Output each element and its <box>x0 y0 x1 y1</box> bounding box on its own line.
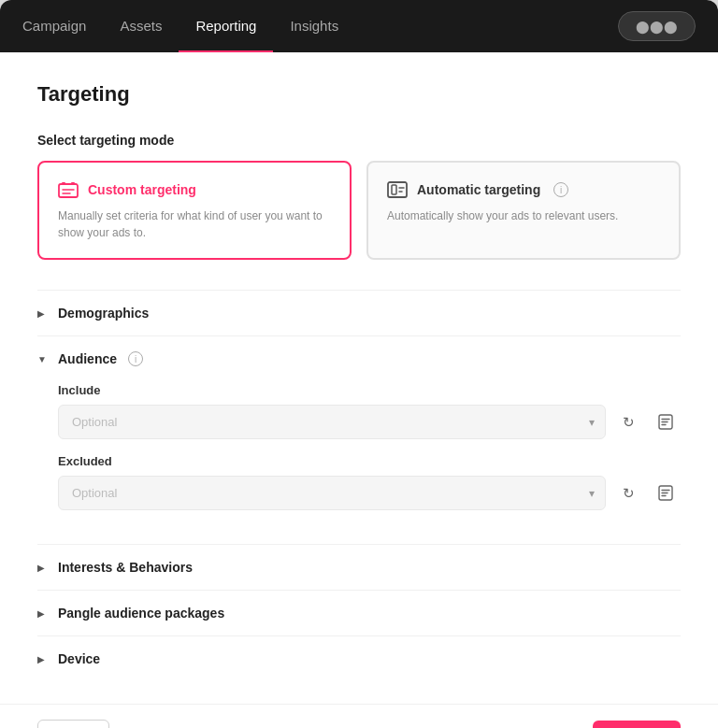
pangle-section: ▶ Pangle audience packages <box>37 590 681 635</box>
device-section: ▶ Device <box>37 635 681 681</box>
audience-content: Include Optional ▾ ↻ <box>37 366 681 529</box>
excluded-label: Excluded <box>58 454 681 468</box>
demographics-arrow: ▶ <box>37 308 50 319</box>
interests-arrow: ▶ <box>37 563 50 573</box>
include-label: Include <box>58 383 681 397</box>
excluded-row: Optional ▾ ↻ <box>58 476 681 510</box>
svg-rect-1 <box>62 182 65 185</box>
nav-reporting[interactable]: Reporting <box>179 0 273 52</box>
pangle-title: Pangle audience packages <box>58 606 224 621</box>
demographics-title: Demographics <box>58 306 149 321</box>
include-select-wrap: Optional ▾ <box>58 405 606 439</box>
nav-campaign[interactable]: Campaign <box>22 0 103 52</box>
device-title: Device <box>58 651 100 666</box>
automatic-card-header: Automatic targeting i <box>387 179 660 200</box>
svg-rect-0 <box>59 184 78 197</box>
automatic-card-title: Automatic targeting <box>417 182 540 197</box>
demographics-header[interactable]: ▶ Demographics <box>37 306 681 321</box>
custom-targeting-icon <box>58 179 79 200</box>
select-mode-label: Select targeting mode <box>37 133 681 148</box>
device-header[interactable]: ▶ Device <box>37 651 681 666</box>
custom-card-desc: Manually set criteria for what kind of u… <box>58 207 331 241</box>
custom-card-header: Custom targeting <box>58 179 331 200</box>
svg-rect-2 <box>71 182 75 185</box>
interests-section: ▶ Interests & Behaviors <box>37 544 681 590</box>
demographics-section: ▶ Demographics <box>37 290 681 335</box>
page-title: Targeting <box>37 82 681 107</box>
targeting-mode-cards: Custom targeting Manually set criteria f… <box>37 161 681 260</box>
excluded-select[interactable]: Optional <box>58 476 606 510</box>
automatic-info-icon[interactable]: i <box>553 182 568 197</box>
include-row: Optional ▾ ↻ <box>58 405 681 439</box>
footer: Back Next <box>0 704 718 728</box>
nav-action-button[interactable]: ⬤⬤⬤ <box>618 11 696 41</box>
excluded-select-wrap: Optional ▾ <box>58 476 606 510</box>
automatic-targeting-card[interactable]: Automatic targeting i Automatically show… <box>366 161 681 260</box>
pangle-arrow: ▶ <box>37 608 50 619</box>
interests-header[interactable]: ▶ Interests & Behaviors <box>37 560 681 575</box>
nav-btn-dots: ⬤⬤⬤ <box>636 20 678 34</box>
main-content: Targeting Select targeting mode <box>0 52 718 704</box>
audience-title: Audience <box>58 351 117 366</box>
svg-rect-5 <box>388 182 407 197</box>
app-window: Campaign Assets Reporting Insights ⬤⬤⬤ T… <box>0 0 718 728</box>
include-select[interactable]: Optional <box>58 405 606 439</box>
include-refresh-icon[interactable]: ↻ <box>613 407 643 437</box>
audience-arrow: ▼ <box>37 354 50 364</box>
back-button[interactable]: Back <box>37 720 109 728</box>
nav-insights[interactable]: Insights <box>273 0 355 52</box>
nav-assets[interactable]: Assets <box>103 0 179 52</box>
custom-targeting-card[interactable]: Custom targeting Manually set criteria f… <box>37 161 352 260</box>
top-navigation: Campaign Assets Reporting Insights ⬤⬤⬤ <box>0 0 718 52</box>
excluded-upload-icon[interactable] <box>651 478 681 508</box>
audience-header[interactable]: ▼ Audience i <box>37 351 681 366</box>
next-button[interactable]: Next <box>593 721 681 728</box>
svg-rect-6 <box>392 185 396 194</box>
automatic-card-desc: Automatically show your ads to relevant … <box>387 207 660 224</box>
pangle-header[interactable]: ▶ Pangle audience packages <box>37 606 681 621</box>
automatic-targeting-icon <box>387 179 408 200</box>
include-upload-icon[interactable] <box>651 407 681 437</box>
audience-info-icon[interactable]: i <box>128 351 143 366</box>
audience-section: ▼ Audience i Include Optional ▾ ↻ <box>37 335 681 544</box>
custom-card-title: Custom targeting <box>88 182 196 197</box>
excluded-refresh-icon[interactable]: ↻ <box>613 478 643 508</box>
interests-title: Interests & Behaviors <box>58 560 193 575</box>
device-arrow: ▶ <box>37 654 50 664</box>
